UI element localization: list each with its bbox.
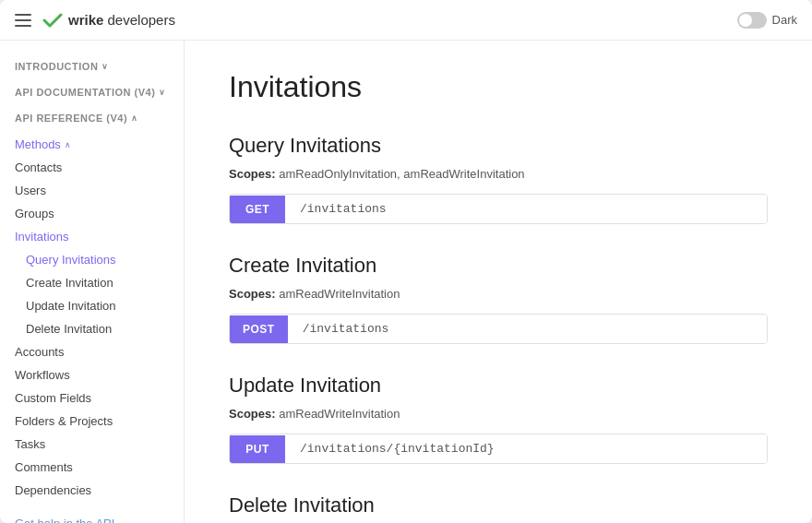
main-layout: INTRODUCTION ∨ API DOCUMENTATION (V4) ∨ … bbox=[0, 41, 812, 523]
section-title-create: Create Invitation bbox=[229, 254, 768, 278]
endpoint-path-get: /invitations bbox=[285, 195, 767, 223]
dark-mode-toggle[interactable]: Dark bbox=[737, 12, 797, 29]
section-delete-invitation: Delete Invitation bbox=[229, 493, 768, 517]
sidebar-item-comments[interactable]: Comments bbox=[0, 456, 184, 479]
sidebar-sub-query-invitations[interactable]: Query Invitations bbox=[0, 248, 184, 271]
sidebar-item-contacts[interactable]: Contacts bbox=[0, 156, 184, 179]
section-title-query: Query Invitations bbox=[229, 134, 768, 158]
sidebar-sub-create-invitation[interactable]: Create Invitation bbox=[0, 271, 184, 294]
endpoint-path-put: /invitations/{invitationId} bbox=[285, 434, 767, 463]
sidebar-sub-delete-invitation[interactable]: Delete Invitation bbox=[0, 317, 184, 340]
toggle-switch[interactable] bbox=[737, 12, 767, 29]
sidebar-item-custom-fields[interactable]: Custom Fields bbox=[0, 386, 184, 410]
sidebar-item-users[interactable]: Users bbox=[0, 179, 184, 202]
content-area: Invitations Query Invitations Scopes: am… bbox=[185, 41, 812, 523]
sidebar-section-header-introduction[interactable]: INTRODUCTION ∨ bbox=[0, 55, 184, 77]
page-title: Invitations bbox=[229, 70, 768, 104]
sidebar-section-api-docs: API DOCUMENTATION (V4) ∨ bbox=[0, 81, 184, 103]
scopes-update: Scopes: amReadWriteInvitation bbox=[229, 407, 768, 421]
sidebar-item-folders-projects[interactable]: Folders & Projects bbox=[0, 410, 184, 433]
method-badge-post: POST bbox=[230, 315, 288, 343]
methods-chevron: ∧ bbox=[65, 140, 71, 149]
sidebar-item-tasks[interactable]: Tasks bbox=[0, 433, 184, 456]
sidebar-methods[interactable]: Methods ∧ bbox=[0, 133, 184, 156]
section-query-invitations: Query Invitations Scopes: amReadOnlyInvi… bbox=[229, 134, 768, 224]
endpoint-path-post: /invitations bbox=[288, 315, 767, 343]
logo[interactable]: wrike developers bbox=[42, 12, 175, 29]
scopes-query: Scopes: amReadOnlyInvitation, amReadWrit… bbox=[229, 167, 768, 181]
sidebar-section-api-reference: API REFERENCE (V4) ∧ bbox=[0, 107, 184, 129]
section-update-invitation: Update Invitation Scopes: amReadWriteInv… bbox=[229, 374, 768, 464]
sidebar: INTRODUCTION ∨ API DOCUMENTATION (V4) ∨ … bbox=[0, 41, 185, 523]
endpoint-row-get[interactable]: GET /invitations bbox=[229, 194, 768, 224]
topbar: wrike developers Dark bbox=[0, 0, 812, 41]
chevron-icon: ∨ bbox=[102, 62, 109, 71]
section-title-update: Update Invitation bbox=[229, 374, 768, 398]
sidebar-item-dependencies[interactable]: Dependencies bbox=[0, 479, 184, 502]
api-community-link[interactable]: Get help in the API Community → bbox=[0, 502, 184, 523]
method-badge-put: PUT bbox=[230, 435, 285, 463]
method-badge-get: GET bbox=[230, 196, 285, 223]
hamburger-menu[interactable] bbox=[15, 14, 31, 27]
endpoint-row-put[interactable]: PUT /invitations/{invitationId} bbox=[229, 434, 768, 464]
sidebar-item-groups[interactable]: Groups bbox=[0, 202, 184, 225]
chevron-icon: ∧ bbox=[131, 113, 138, 123]
sidebar-item-accounts[interactable]: Accounts bbox=[0, 340, 184, 363]
sidebar-section-header-api-docs[interactable]: API DOCUMENTATION (V4) ∨ bbox=[0, 81, 184, 103]
section-title-delete: Delete Invitation bbox=[229, 493, 768, 517]
endpoint-row-post[interactable]: POST /invitations bbox=[229, 314, 768, 344]
wrike-logo-icon bbox=[42, 12, 63, 29]
dark-label: Dark bbox=[772, 13, 797, 27]
sidebar-section-introduction: INTRODUCTION ∨ bbox=[0, 55, 184, 77]
logo-text: wrike developers bbox=[68, 12, 175, 28]
app-window: wrike developers Dark INTRODUCTION ∨ API… bbox=[0, 0, 812, 523]
sidebar-section-header-api-reference[interactable]: API REFERENCE (V4) ∧ bbox=[0, 107, 184, 129]
sidebar-sub-update-invitation[interactable]: Update Invitation bbox=[0, 294, 184, 317]
section-create-invitation: Create Invitation Scopes: amReadWriteInv… bbox=[229, 254, 768, 344]
sidebar-item-invitations[interactable]: Invitations bbox=[0, 225, 184, 248]
scopes-create: Scopes: amReadWriteInvitation bbox=[229, 287, 768, 301]
chevron-icon: ∨ bbox=[159, 88, 166, 97]
sidebar-item-workflows[interactable]: Workflows bbox=[0, 363, 184, 386]
